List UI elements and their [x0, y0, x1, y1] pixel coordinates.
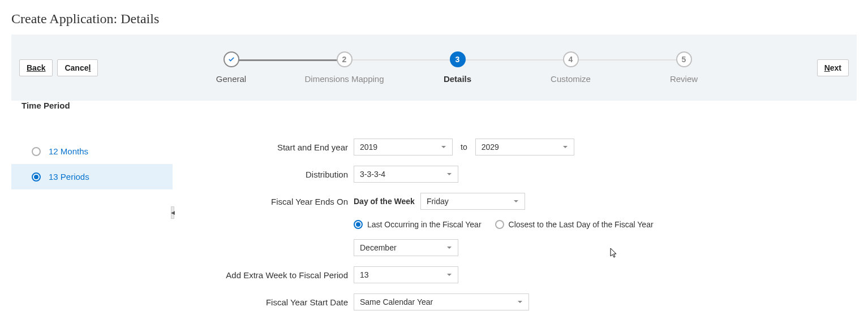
chevron-down-icon — [446, 171, 452, 177]
step-label: Details — [444, 74, 471, 84]
step-dimensions-mapping[interactable]: 2 Dimensions Mapping — [288, 51, 401, 84]
cursor-icon — [610, 248, 618, 258]
step-general[interactable]: General — [175, 51, 288, 84]
to-separator: to — [458, 142, 470, 152]
select-value: Same Calendar Year — [360, 297, 433, 306]
step-customize[interactable]: 4 Customize — [514, 51, 628, 84]
option-13-periods[interactable]: 13 Periods — [11, 164, 173, 189]
step-number: 3 — [450, 51, 466, 67]
section-title: Time Period — [22, 101, 857, 110]
option-12-months[interactable]: 12 Months — [11, 139, 173, 164]
chevron-down-icon — [441, 144, 446, 150]
step-label: Dimensions Mapping — [304, 74, 384, 84]
step-number: 4 — [563, 51, 579, 67]
select-value: 3-3-3-4 — [360, 170, 385, 179]
fiscal-month-select[interactable]: December — [354, 239, 458, 256]
radio-closest-last-day[interactable]: Closest to the Last Day of the Fiscal Ye… — [495, 220, 654, 229]
chevron-down-icon — [517, 299, 523, 305]
radio-label: Closest to the Last Day of the Fiscal Ye… — [509, 220, 654, 229]
step-label: Review — [670, 74, 698, 84]
step-number: 5 — [676, 51, 692, 67]
content-area: 12 Months 13 Periods ◀ Start and End yea… — [11, 122, 857, 311]
fiscal-year-ends-label: Fiscal Year Ends On — [190, 197, 348, 206]
extra-week-label: Add Extra Week to Fiscal Period — [190, 270, 348, 280]
radio-icon — [32, 147, 41, 156]
back-button[interactable]: Back — [19, 59, 53, 76]
page-title: Create Application: Details — [11, 11, 857, 27]
details-form: Start and End year 2019 to 2029 Distribu… — [173, 139, 857, 311]
select-value: Friday — [427, 197, 449, 206]
wizard-bar: Back Cancel General 2 Dimensions Mapping… — [11, 34, 857, 101]
chevron-down-icon — [562, 144, 568, 150]
panel-collapse-handle[interactable]: ◀ — [171, 206, 174, 219]
time-period-options: 12 Months 13 Periods ◀ — [11, 139, 173, 311]
day-of-week-label: Day of the Week — [354, 197, 415, 206]
chevron-down-icon — [513, 198, 519, 204]
radio-icon — [354, 220, 363, 229]
select-value: 2029 — [482, 142, 499, 152]
chevron-down-icon — [446, 245, 452, 250]
start-year-select[interactable]: 2019 — [354, 139, 453, 156]
distribution-label: Distribution — [190, 170, 348, 179]
fiscal-start-date-select[interactable]: Same Calendar Year — [354, 293, 529, 310]
select-value: 2019 — [360, 142, 377, 152]
wizard-steps: General 2 Dimensions Mapping 3 Details 4… — [109, 51, 805, 84]
fiscal-start-date-label: Fiscal Year Start Date — [190, 297, 348, 307]
start-end-year-label: Start and End year — [190, 142, 348, 152]
select-value: December — [360, 243, 397, 252]
radio-icon — [495, 220, 504, 229]
select-value: 13 — [360, 270, 369, 279]
cancel-button[interactable]: Cancel — [57, 59, 98, 76]
cancel-label: Cancel — [65, 63, 91, 72]
step-number: 2 — [337, 51, 353, 67]
radio-label: Last Occurring in the Fiscal Year — [367, 220, 482, 229]
step-details[interactable]: 3 Details — [401, 51, 514, 84]
option-label: 12 Months — [49, 146, 88, 156]
chevron-down-icon — [446, 272, 452, 278]
step-review[interactable]: 5 Review — [628, 51, 741, 84]
extra-week-select[interactable]: 13 — [354, 266, 458, 283]
step-label: Customize — [551, 74, 591, 84]
radio-last-occurring[interactable]: Last Occurring in the Fiscal Year — [354, 220, 482, 229]
end-year-select[interactable]: 2029 — [475, 139, 574, 156]
check-icon — [224, 51, 239, 67]
option-label: 13 Periods — [49, 172, 89, 182]
radio-icon — [32, 172, 41, 182]
step-label: General — [216, 74, 246, 84]
day-of-week-select[interactable]: Friday — [420, 193, 525, 210]
next-button[interactable]: Next — [817, 59, 849, 76]
distribution-select[interactable]: 3-3-3-4 — [354, 166, 458, 183]
